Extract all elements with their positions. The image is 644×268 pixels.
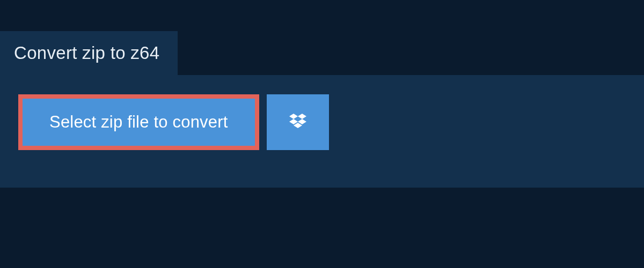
select-file-label: Select zip file to convert — [49, 113, 228, 131]
tab-convert[interactable]: Convert zip to z64 — [0, 31, 178, 75]
select-file-button[interactable]: Select zip file to convert — [18, 94, 259, 150]
main-panel: Select zip file to convert — [0, 75, 644, 188]
tab-bar: Convert zip to z64 — [0, 0, 644, 75]
button-row: Select zip file to convert — [18, 94, 626, 150]
dropbox-button[interactable] — [267, 94, 329, 150]
dropbox-icon — [287, 111, 309, 133]
tab-label: Convert zip to z64 — [14, 43, 159, 63]
